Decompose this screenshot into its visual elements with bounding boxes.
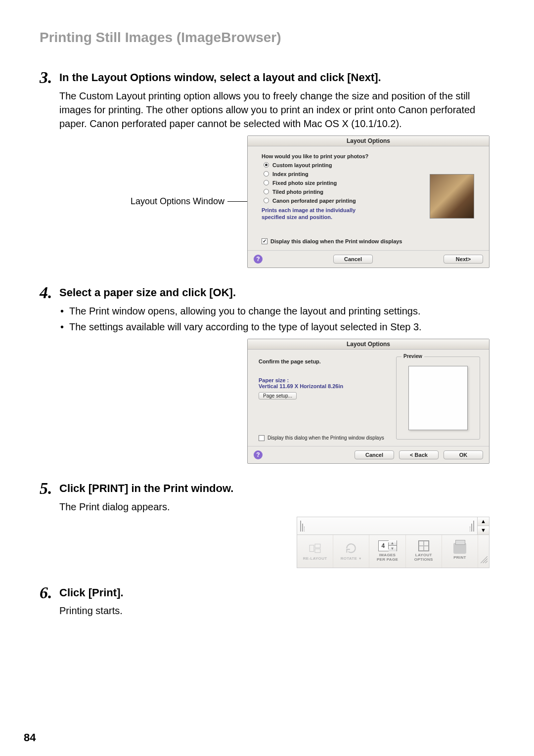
print-label: PRINT bbox=[453, 555, 466, 560]
relayout-button[interactable]: RE-LAYOUT bbox=[297, 535, 333, 568]
relayout-label: RE-LAYOUT bbox=[303, 556, 327, 561]
step-5-title: Click [PRINT] in the Print window. bbox=[59, 481, 490, 496]
back-button[interactable]: < Back bbox=[399, 450, 439, 459]
stepper-up-icon[interactable]: ▲ bbox=[389, 540, 397, 546]
svg-rect-1 bbox=[315, 544, 320, 548]
svg-rect-2 bbox=[315, 549, 320, 553]
print-window-toolbar: ▲ ▼ RE-LAYOUT ROTATE ▼ bbox=[297, 517, 490, 568]
step-5-body: The Print dialog appears. bbox=[59, 500, 490, 514]
checkbox-label: Display this dialog when the Print windo… bbox=[270, 238, 402, 244]
radio-label: Custom layout printing bbox=[272, 162, 332, 168]
display-dialog-checkbox[interactable]: ✓ Display this dialog when the Print win… bbox=[262, 238, 479, 244]
dialog-question: How would you like to print your photos? bbox=[262, 153, 479, 159]
step-5: 5. Click [PRINT] in the Print window. Th… bbox=[40, 481, 490, 568]
step-6-body: Printing starts. bbox=[59, 604, 490, 618]
arrow-up-icon[interactable]: ▲ bbox=[478, 517, 489, 526]
step-4-title: Select a paper size and click [OK]. bbox=[59, 285, 490, 300]
radio-icon bbox=[264, 162, 269, 168]
step-6: 6. Click [Print]. Printing starts. bbox=[40, 585, 490, 618]
printer-icon bbox=[453, 543, 466, 554]
radio-label: Fixed photo size printing bbox=[272, 180, 337, 186]
images-per-page-control[interactable]: 4 ▲ ▼ IMAGESPER PAGE bbox=[369, 535, 405, 568]
dialog-title: Layout Options bbox=[248, 136, 489, 146]
stepper-value: 4 bbox=[379, 542, 389, 549]
cancel-button[interactable]: Cancel bbox=[333, 255, 373, 264]
step-3-title: In the Layout Options window, select a l… bbox=[59, 70, 490, 85]
radio-icon bbox=[264, 198, 269, 203]
step-4-number: 4. bbox=[40, 283, 52, 302]
scroll-arrows[interactable]: ▲ ▼ bbox=[477, 517, 489, 534]
option-description: Prints each image at the individually sp… bbox=[262, 207, 375, 221]
preview-label: Preview bbox=[401, 354, 424, 359]
preview-page bbox=[408, 366, 468, 430]
radio-icon bbox=[264, 189, 269, 194]
cancel-button[interactable]: Cancel bbox=[355, 450, 394, 459]
leader-line bbox=[227, 201, 247, 202]
step-4: 4. Select a paper size and click [OK]. T… bbox=[40, 285, 490, 464]
step-3: 3. In the Layout Options window, select … bbox=[40, 70, 490, 268]
layout-options-dialog-1: Layout Options How would you like to pri… bbox=[247, 135, 490, 268]
radio-icon bbox=[264, 171, 269, 177]
preview-frame: Preview bbox=[396, 356, 480, 440]
help-button[interactable]: ? bbox=[254, 450, 263, 459]
ok-button[interactable]: OK bbox=[444, 450, 483, 459]
rotate-button[interactable]: ROTATE ▼ bbox=[333, 535, 369, 568]
figure-label: Layout Options Window bbox=[131, 196, 224, 207]
images-per-page-label: IMAGESPER PAGE bbox=[377, 553, 398, 562]
right-grip-icon bbox=[466, 517, 477, 534]
step-6-number: 6. bbox=[40, 583, 52, 602]
layout-options-button[interactable]: LAYOUTOPTIONS bbox=[406, 535, 442, 568]
step-4-bullet-1: The Print window opens, allowing you to … bbox=[59, 304, 490, 318]
checkbox-icon bbox=[259, 435, 265, 441]
radio-label: Canon perforated paper printing bbox=[272, 198, 356, 204]
section-title: Printing Still Images (ImageBrowser) bbox=[40, 30, 490, 45]
layout-options-dialog-2: Layout Options Confirm the page setup. P… bbox=[247, 339, 490, 464]
radio-icon bbox=[264, 180, 269, 185]
step-3-body: The Custom Layout printing option allows… bbox=[59, 89, 490, 131]
dialog-title: Layout Options bbox=[248, 339, 489, 350]
images-per-page-stepper[interactable]: 4 ▲ ▼ bbox=[378, 540, 397, 551]
stepper-down-icon[interactable]: ▼ bbox=[389, 546, 397, 551]
checkbox-icon: ✓ bbox=[262, 238, 267, 244]
relayout-icon bbox=[308, 542, 322, 555]
step-4-bullet-2: The settings available will vary accordi… bbox=[59, 320, 490, 334]
preview-thumbnail bbox=[430, 174, 474, 219]
next-button[interactable]: Next> bbox=[444, 255, 483, 264]
left-grip-icon bbox=[297, 517, 308, 534]
radio-label: Tiled photo printing bbox=[272, 189, 323, 195]
rotate-label: ROTATE ▼ bbox=[341, 556, 362, 561]
checkbox-label: Display this dialog when the Printing wi… bbox=[267, 435, 384, 441]
page-setup-button[interactable]: Page setup... bbox=[259, 392, 297, 400]
print-button[interactable]: PRINT bbox=[442, 535, 478, 568]
resize-handle[interactable] bbox=[478, 535, 489, 565]
help-button[interactable]: ? bbox=[254, 255, 263, 264]
grid-icon bbox=[418, 540, 429, 551]
radio-custom-layout[interactable]: Custom layout printing bbox=[264, 162, 479, 168]
step-3-number: 3. bbox=[40, 68, 52, 87]
rotate-icon bbox=[344, 542, 358, 555]
arrow-down-icon[interactable]: ▼ bbox=[478, 526, 489, 534]
radio-label: Index printing bbox=[272, 171, 309, 177]
step-6-title: Click [Print]. bbox=[59, 585, 490, 600]
svg-rect-0 bbox=[310, 545, 314, 551]
step-5-number: 5. bbox=[40, 479, 52, 498]
layout-options-label: LAYOUTOPTIONS bbox=[414, 553, 433, 562]
